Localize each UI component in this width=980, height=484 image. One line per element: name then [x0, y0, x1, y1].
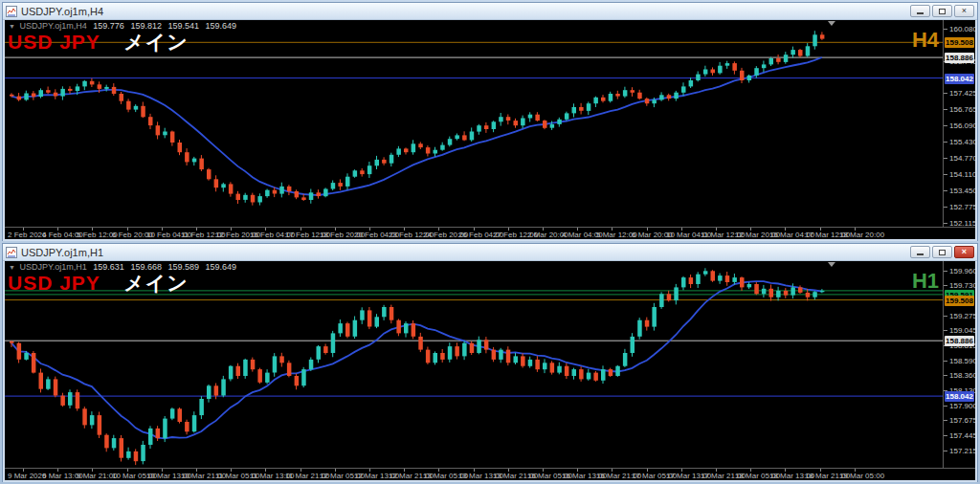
candle-body [521, 356, 525, 365]
ohlc-info-line: ▼ USDJPY.oj1m,H1 159.631 159.668 159.589… [9, 262, 236, 272]
candle-body [681, 86, 686, 92]
candle-body [32, 94, 36, 98]
chart-window-icon [6, 247, 17, 258]
time-axis-h4[interactable]: 2 Feb 20264 Feb 04:005 Feb 12:006 Feb 20… [5, 227, 975, 240]
restore-button[interactable] [932, 246, 952, 258]
chart-canvas-h1[interactable]: ▼ USDJPY.oj1m,H1 159.631 159.668 159.589… [3, 261, 977, 482]
candle-body [185, 422, 189, 431]
symbol-watermark: USD JPY メイン [8, 270, 189, 297]
close-button[interactable]: × [954, 246, 974, 258]
watermark-label: メイン [123, 272, 188, 294]
candle-body [711, 271, 716, 280]
candle-body [112, 87, 117, 94]
candle-body [550, 363, 555, 372]
candle-body [543, 121, 547, 128]
candle-body [243, 195, 248, 200]
candle-body [703, 70, 708, 75]
chart-canvas-h4[interactable]: ▼ USDJPY.oj1m,H4 159.776 159.812 159.541… [3, 20, 977, 241]
candle-body [120, 438, 124, 458]
candle-body [134, 451, 139, 461]
candle-body [535, 115, 540, 121]
candle-body [221, 379, 226, 395]
price-tick-mark [944, 223, 947, 224]
titlebar-h1[interactable]: USDJPY.oj1m,H1 × [3, 244, 977, 261]
candle-body [251, 195, 256, 203]
candle-body [732, 63, 737, 71]
candle-body [601, 98, 606, 101]
candle-body [265, 190, 270, 196]
info-high: 159.812 [130, 21, 162, 31]
price-axis-h4[interactable]: 160.080158.745157.425156.765156.090155.4… [944, 20, 975, 227]
price-tick-label: 156.765 [949, 105, 977, 114]
candle-body [521, 119, 525, 126]
candle-body [375, 317, 380, 326]
candle-body [543, 363, 547, 369]
candle-body [711, 70, 716, 74]
candle-body [214, 385, 219, 395]
candle-body [375, 160, 380, 165]
price-tick-label: 157.445 [949, 431, 977, 440]
candle-body [499, 350, 503, 360]
candle-body [54, 379, 58, 395]
candle-body [587, 373, 591, 380]
price-tick-mark [944, 174, 947, 175]
candle-body [477, 340, 481, 353]
candle-body [257, 369, 262, 383]
candle-body [813, 34, 817, 46]
time-axis-h1[interactable]: 9 Mar 20269 Mar 13:009 Mar 21:0010 Mar 0… [5, 468, 975, 481]
candle-body [185, 152, 189, 162]
price-axis-h1[interactable]: 159.960159.730159.275159.045158.815158.5… [944, 261, 975, 468]
candle-body [492, 121, 497, 129]
minimize-button[interactable] [910, 246, 930, 258]
candle-body [806, 293, 811, 297]
symbol-watermark: USD JPY メイン [8, 29, 189, 55]
candle-body [323, 346, 328, 353]
candle-body [499, 117, 503, 121]
chart-window-h1: USDJPY.oj1m,H1 × ▼ USDJPY.oj1m,H1 159.63… [2, 243, 978, 482]
candle-body [732, 277, 737, 282]
price-tick-mark [944, 285, 947, 286]
chart-shift-marker-icon[interactable] [828, 262, 835, 267]
candle-body [798, 287, 803, 293]
candle-body [565, 113, 569, 119]
candle-body [718, 66, 723, 74]
close-button[interactable]: × [954, 5, 974, 17]
price-tick-mark [944, 142, 947, 143]
candle-body [163, 419, 167, 439]
minimize-button[interactable] [910, 5, 930, 17]
candle-body [287, 187, 292, 191]
restore-button[interactable] [932, 5, 952, 17]
candle-body [199, 399, 204, 415]
candle-body [243, 360, 248, 376]
window-title: USDJPY.oj1m,H4 [21, 6, 103, 17]
moving-average-line [11, 281, 822, 438]
candle-body [257, 196, 262, 202]
price-tick-mark [944, 207, 947, 208]
chart-shift-marker-icon[interactable] [828, 21, 835, 26]
candle-body [455, 135, 459, 139]
candle-body [587, 103, 591, 111]
price-tick-label: 158.590 [949, 357, 977, 365]
candle-body [207, 169, 212, 179]
candle-body [703, 271, 708, 274]
candle-body [192, 159, 197, 163]
candle-body [696, 75, 701, 80]
candle-body [667, 294, 672, 300]
candle-body [477, 125, 481, 131]
price-tick-mark [944, 29, 947, 30]
candle-body [82, 81, 87, 87]
candle-body [76, 392, 80, 408]
candle-body [309, 192, 314, 200]
candle-body [798, 50, 803, 55]
candle-body [776, 291, 781, 297]
candle-body [353, 320, 358, 337]
candle-body [470, 343, 475, 353]
candle-body [148, 429, 153, 445]
titlebar-h4[interactable]: USDJPY.oj1m,H4 × [3, 3, 977, 20]
candle-body [506, 350, 511, 363]
candle-body [17, 343, 22, 360]
candle-body [360, 170, 365, 174]
candle-body [396, 320, 401, 334]
candle-body [448, 346, 453, 360]
candle-body [207, 385, 212, 399]
